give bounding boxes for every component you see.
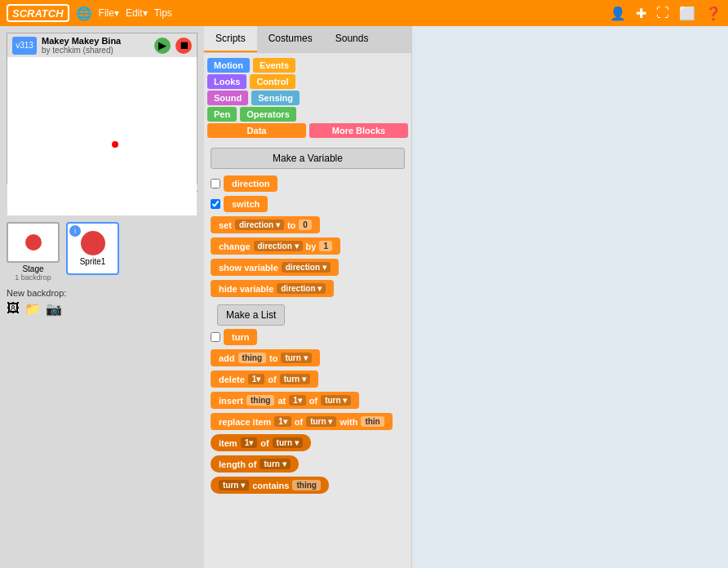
set-direction-block-row: set direction ▾ to 0 [211,216,405,233]
fullscreen-icon[interactable]: ⛶ [656,6,669,20]
backdrop-paint-icon[interactable]: 🖼 [7,301,20,317]
edit-menu[interactable]: Edit▾ [126,7,148,19]
sprites-panel: Stage 1 backdrop i Sprite1 New backdrop:… [0,219,204,568]
sprite-circle [81,231,105,255]
add-to-list-row: add thing to turn ▾ [211,349,405,366]
direction-checkbox[interactable] [211,179,220,189]
blocks-list: direction switch set direction ▾ to 0 ch… [204,172,411,568]
main-area: v313 Makey Makey Bina by techkim (shared… [0,26,728,568]
green-flag-btn[interactable]: ▶ [154,38,171,54]
turn-list-block[interactable]: turn [224,329,257,345]
stage-label: Stage [22,264,43,273]
sprites-grid: Stage 1 backdrop i Sprite1 [7,222,198,282]
hide-variable-block[interactable]: hide variable direction ▾ [211,280,334,297]
add-to-list-block[interactable]: add thing to turn ▾ [211,349,320,366]
switch-variable-block[interactable]: switch [224,196,268,212]
scratch-logo-text: SCRATCH [12,7,64,20]
stage-canvas [7,66,197,215]
delete-from-list-block[interactable]: delete 1▾ of turn ▾ [211,371,318,388]
insert-list-row: insert thing at 1▾ of turn ▾ [211,392,405,409]
make-list-button[interactable]: Make a List [217,304,285,326]
variable-row-switch: switch [211,196,405,212]
script-area: when 🚩 clicked hide clear pen up set pen… [412,26,728,568]
block-categories: Motion Events Looks Control Sound Sensin… [204,53,411,144]
backdrop-upload-icon[interactable]: 📁 [24,301,41,317]
make-variable-button[interactable]: Make a Variable [211,148,405,169]
scripts-tab[interactable]: Scripts [204,26,257,52]
turn-list-checkbox[interactable] [211,332,220,342]
topbar: SCRATCH 🌐 File▾ Edit▾ Tips 👤 ✚ ⛶ ⬜ ❓ [0,0,728,26]
cat-moreblocks[interactable]: More Blocks [309,123,408,138]
add-icon[interactable]: ✚ [636,6,646,21]
replace-list-block[interactable]: replace item 1▾ of turn ▾ with thin [211,413,393,430]
help-icon[interactable]: ❓ [705,6,721,21]
script-content: when 🚩 clicked hide clear pen up set pen… [412,26,728,568]
item-of-list-block[interactable]: item 1▾ of turn ▾ [211,434,311,451]
stage-thumb[interactable]: Stage 1 backdrop [7,222,60,282]
item-of-list-row: item 1▾ of turn ▾ [211,434,405,451]
contains-list-block[interactable]: turn ▾ contains thing [211,477,329,494]
set-direction-block[interactable]: set direction ▾ to 0 [211,216,320,233]
cat-looks[interactable]: Looks [207,74,246,89]
replace-list-row: replace item 1▾ of turn ▾ with thin [211,413,405,430]
cat-motion[interactable]: Motion [207,58,250,73]
project-name: Makey Makey Bina [42,36,149,46]
cat-control[interactable]: Control [250,74,295,89]
cat-sound[interactable]: Sound [207,91,248,105]
variable-row-direction: direction [211,175,405,192]
list-variable-row: turn [211,329,405,345]
show-variable-block[interactable]: show variable direction ▾ [211,259,339,276]
direction-variable-block[interactable]: direction [224,175,277,192]
sprite-info-badge: i [69,225,81,237]
change-direction-block-row: change direction ▾ by 1 [211,237,405,255]
cat-pen[interactable]: Pen [207,107,237,122]
stop-btn[interactable]: ⏹ [175,38,192,54]
globe-icon[interactable]: 🌐 [76,6,92,21]
scratch-logo[interactable]: SCRATCH [7,4,69,22]
show-variable-block-row: show variable direction ▾ [211,259,405,276]
cat-operators[interactable]: Operators [240,107,296,122]
length-of-list-block[interactable]: length of turn ▾ [211,455,299,473]
scripts-tabs: Scripts Costumes Sounds [204,26,411,53]
costumes-tab[interactable]: Costumes [257,26,324,52]
tips-menu[interactable]: Tips [154,7,172,19]
cat-sensing[interactable]: Sensing [251,91,300,105]
change-direction-block[interactable]: change direction ▾ by 1 [211,237,340,255]
switch-checkbox[interactable] [211,199,220,209]
sprite1-thumb[interactable]: i Sprite1 [66,222,119,275]
stage-preview: v313 Makey Makey Bina by techkim (shared… [7,33,198,184]
contains-list-row: turn ▾ contains thing [211,477,405,494]
left-panel: v313 Makey Makey Bina by techkim (shared… [0,26,204,568]
delete-from-list-row: delete 1▾ of turn ▾ [211,371,405,388]
sounds-tab[interactable]: Sounds [324,26,380,52]
new-backdrop: New backdrop: [7,288,198,298]
theater-icon[interactable]: ⬜ [679,6,695,21]
sprite-label: Sprite1 [80,257,106,266]
blocks-panel: Scripts Costumes Sounds Motion Events Lo… [204,26,412,568]
hide-variable-block-row: hide variable direction ▾ [211,280,405,297]
project-author: by techkim (shared) [42,46,149,55]
file-menu[interactable]: File▾ [99,7,119,19]
sprite-dot [112,141,118,148]
backdrop-camera-icon[interactable]: 📷 [46,301,62,317]
project-thumb: v313 [12,37,37,55]
backdrop-tools: 🖼 📁 📷 [7,301,198,317]
stage-backdrop-count: 1 backdrop [15,273,51,282]
cat-events[interactable]: Events [253,58,295,73]
cat-data[interactable]: Data [207,123,306,138]
user-icon[interactable]: 👤 [610,6,626,21]
length-of-list-row: length of turn ▾ [211,455,405,473]
insert-list-block[interactable]: insert thing at 1▾ of turn ▾ [211,392,359,409]
